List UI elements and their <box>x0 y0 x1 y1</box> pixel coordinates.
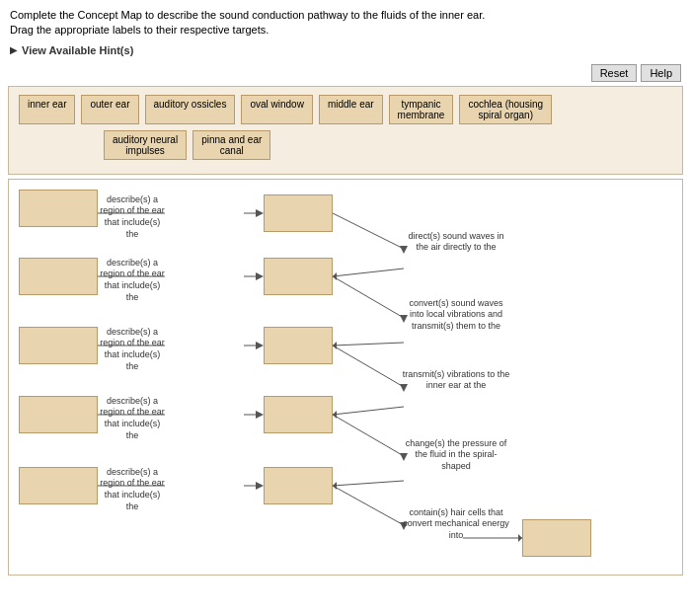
top-bar: Reset Help <box>0 60 691 86</box>
svg-line-29 <box>333 481 404 486</box>
target-box-1[interactable] <box>264 194 333 232</box>
label-inner-ear[interactable]: inner ear <box>19 95 75 124</box>
svg-marker-18 <box>333 272 337 280</box>
hint-link[interactable]: View Available Hint(s) <box>22 44 133 56</box>
target-box-final[interactable] <box>522 519 591 557</box>
hint-arrow-icon: ▶ <box>10 44 18 55</box>
connector-label-2: describe(s) a region of the ear that inc… <box>100 258 165 304</box>
svg-line-23 <box>333 346 404 387</box>
target-box-4[interactable] <box>264 396 333 433</box>
help-button[interactable]: Help <box>641 64 681 82</box>
labels-area: inner ear outer ear auditory ossicles ov… <box>8 86 683 175</box>
label-tympanic-membrane[interactable]: tympanicmembrane <box>389 95 454 124</box>
instruction-text: Complete the Concept Map to describe the… <box>0 0 691 42</box>
diagram-area: describe(s) a region of the ear that inc… <box>8 179 683 576</box>
svg-marker-8 <box>256 342 264 349</box>
target-box-5[interactable] <box>264 467 333 504</box>
desc-text-5: contain(s) hair cells that convert mecha… <box>402 507 510 542</box>
desc-text-2: convert(s) sound waves into local vibrat… <box>402 298 510 333</box>
source-box-4[interactable] <box>19 396 98 433</box>
label-pinna[interactable]: pinna and earcanal <box>192 130 270 160</box>
label-auditory-ossicles[interactable]: auditory ossicles <box>145 95 236 124</box>
svg-line-15 <box>333 213 404 249</box>
labels-row-1: inner ear outer ear auditory ossicles ov… <box>19 95 672 124</box>
svg-marker-14 <box>256 482 264 490</box>
connector-label-4: describe(s) a region of the ear that inc… <box>100 396 165 442</box>
svg-line-25 <box>333 407 404 415</box>
svg-marker-26 <box>333 411 337 419</box>
svg-line-17 <box>333 269 404 276</box>
labels-row-2: auditory neuralimpulses pinna and earcan… <box>19 130 672 160</box>
svg-line-31 <box>333 486 404 525</box>
connector-label-5: describe(s) a region of the ear that inc… <box>100 467 165 513</box>
svg-marker-2 <box>256 209 264 217</box>
svg-marker-22 <box>333 342 337 349</box>
connector-label-3: describe(s) a region of the ear that inc… <box>100 327 165 373</box>
svg-marker-30 <box>333 482 337 490</box>
label-oval-window[interactable]: oval window <box>241 95 312 124</box>
svg-marker-11 <box>256 411 264 419</box>
target-box-2[interactable] <box>264 258 333 295</box>
source-box-3[interactable] <box>19 327 98 364</box>
connector-label-1: describe(s) a region of the ear that inc… <box>100 194 165 241</box>
diagram-container: describe(s) a region of the ear that inc… <box>19 190 670 565</box>
source-box-5[interactable] <box>19 467 98 504</box>
hint-row[interactable]: ▶ View Available Hint(s) <box>0 42 691 60</box>
target-box-3[interactable] <box>264 327 333 364</box>
svg-line-27 <box>333 415 404 456</box>
desc-text-1: direct(s) sound waves in the air directl… <box>402 231 510 254</box>
label-auditory-neural[interactable]: auditory neuralimpulses <box>104 130 187 160</box>
svg-line-19 <box>333 276 404 318</box>
svg-line-21 <box>333 343 404 346</box>
label-middle-ear[interactable]: middle ear <box>319 95 383 124</box>
reset-button[interactable]: Reset <box>591 64 638 82</box>
source-box-2[interactable] <box>19 258 98 295</box>
label-cochlea[interactable]: cochlea (housingspiral organ) <box>459 95 552 124</box>
desc-text-4: change(s) the pressure of the fluid in t… <box>402 438 510 473</box>
label-outer-ear[interactable]: outer ear <box>81 95 138 124</box>
desc-text-3: transmit(s) vibrations to the inner ear … <box>402 369 510 392</box>
source-box-1[interactable] <box>19 190 98 227</box>
svg-marker-5 <box>256 272 264 280</box>
